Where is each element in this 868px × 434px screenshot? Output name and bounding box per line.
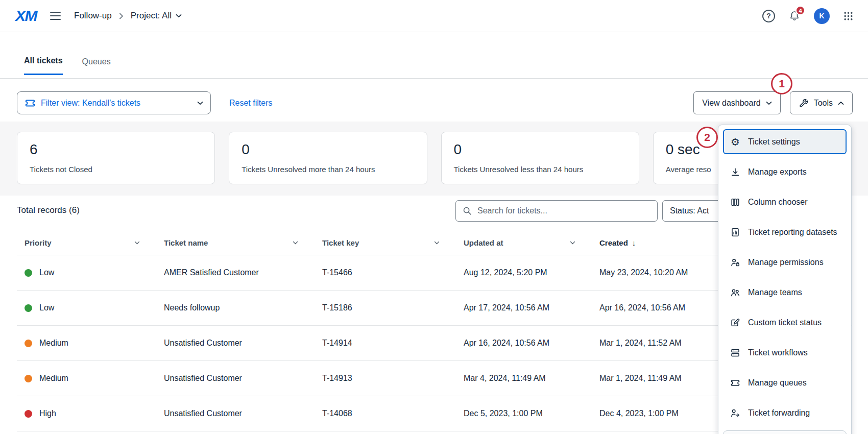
updated-at-cell: Dec 5, 2023, 1:00 PM xyxy=(456,409,592,418)
priority-value: Medium xyxy=(39,339,68,348)
updated-at-cell: Apr 17, 2024, 10:56 AM xyxy=(456,303,592,312)
menu-item-ticket-workflows[interactable]: Ticket workflows xyxy=(723,340,847,365)
project-selector-label: Project: All xyxy=(131,11,172,21)
updated-at-cell: Mar 4, 2024, 11:49 AM xyxy=(456,374,592,383)
priority-value: High xyxy=(39,409,56,418)
tools-button[interactable]: Tools xyxy=(790,91,853,114)
ticket-icon xyxy=(730,377,741,389)
ticket-name-cell: Unsatisfied Customer xyxy=(156,339,315,348)
updated-at-cell: Aug 12, 2024, 5:20 PM xyxy=(456,268,592,277)
chevron-down-icon xyxy=(766,101,772,105)
filter-view-label: Filter view: Kendall's tickets xyxy=(41,99,140,108)
ticket-key-cell: T-15186 xyxy=(315,303,456,312)
total-records-label: Total records (6) xyxy=(17,205,80,215)
app-root: XM Follow-up Project: All ? xyxy=(0,0,868,434)
menu-item-label: Manage queues xyxy=(748,378,807,388)
stat-value: 0 xyxy=(454,141,626,158)
priority-value: Medium xyxy=(39,374,68,383)
ticket-name-cell: Unsatisfied Customer xyxy=(156,374,315,383)
notifications-button[interactable]: 4 xyxy=(788,10,801,22)
ticket-name-cell: AMER Satisfied Customer xyxy=(156,268,315,277)
menu-item-custom-ticket-status[interactable]: Custom ticket status xyxy=(723,310,847,335)
ticket-search xyxy=(455,200,658,222)
help-button[interactable]: ? xyxy=(762,10,775,22)
stat-value: 6 xyxy=(30,141,202,158)
tools-menu-partial-item xyxy=(723,430,847,434)
gear-icon: ⚙ xyxy=(730,136,741,148)
project-selector[interactable]: Project: All xyxy=(131,11,182,21)
menu-item-column-chooser[interactable]: Column chooser xyxy=(723,189,847,214)
view-dashboard-label: View dashboard xyxy=(702,99,760,108)
ticket-key-cell: T-14068 xyxy=(315,409,456,418)
reset-filters-link[interactable]: Reset filters xyxy=(229,99,272,108)
column-header-priority[interactable]: Priority xyxy=(17,238,156,247)
divider xyxy=(0,78,868,79)
menu-item-ticket-settings[interactable]: ⚙ Ticket settings xyxy=(723,129,847,154)
tools-label: Tools xyxy=(814,99,833,108)
column-label: Created xyxy=(599,238,628,247)
menu-item-label: Custom ticket status xyxy=(748,318,822,327)
chevron-down-icon[interactable] xyxy=(134,241,140,245)
tab-queues[interactable]: Queues xyxy=(82,56,111,75)
stat-label: Tickets Unresolved more than 24 hours xyxy=(242,165,414,174)
view-dashboard-button[interactable]: View dashboard xyxy=(693,91,780,114)
priority-dot xyxy=(25,340,32,347)
chevron-right-icon xyxy=(119,13,124,19)
menu-item-manage-queues[interactable]: Manage queues xyxy=(723,370,847,395)
menu-item-label: Manage teams xyxy=(748,288,802,297)
ticket-key-cell: T-15466 xyxy=(315,268,456,277)
column-header-updated-at[interactable]: Updated at xyxy=(456,238,592,247)
sort-descending-icon[interactable]: ↓ xyxy=(632,238,636,247)
hamburger-menu-icon[interactable] xyxy=(50,12,61,20)
top-bar: XM Follow-up Project: All ? xyxy=(0,0,868,32)
notification-badge: 4 xyxy=(795,6,805,15)
menu-item-manage-teams[interactable]: Manage teams xyxy=(723,280,847,305)
menu-item-manage-permissions[interactable]: Manage permissions xyxy=(723,250,847,275)
filter-view-dropdown[interactable]: Filter view: Kendall's tickets xyxy=(17,91,211,114)
ticket-tabs: All tickets Queues xyxy=(24,56,111,75)
ticket-key-cell: T-14914 xyxy=(315,339,456,348)
ticket-name-cell: Unsatisfied Customer xyxy=(156,409,315,418)
column-header-ticket-name[interactable]: Ticket name xyxy=(156,238,315,247)
chevron-down-icon xyxy=(176,14,182,18)
workflow-icon xyxy=(730,347,741,358)
apps-grid-button[interactable] xyxy=(843,11,854,21)
priority-dot xyxy=(25,269,32,277)
column-label: Priority xyxy=(25,238,52,247)
priority-dot xyxy=(25,375,32,382)
menu-item-label: Column chooser xyxy=(748,198,808,207)
people-icon xyxy=(730,287,741,298)
chevron-down-icon[interactable] xyxy=(434,241,440,245)
stat-card-unresolved-more-24h: 0 Tickets Unresolved more than 24 hours xyxy=(229,132,427,184)
ticket-name-cell: Needs followup xyxy=(156,303,315,312)
priority-dot xyxy=(25,304,32,312)
filter-bar: Filter view: Kendall's tickets Reset fil… xyxy=(17,91,853,114)
annotation-step-2: 2 xyxy=(696,127,718,148)
column-label: Ticket key xyxy=(322,238,359,247)
xm-logo: XM xyxy=(15,7,37,25)
stat-label: Tickets Unresolved less than 24 hours xyxy=(454,165,626,174)
chevron-up-icon xyxy=(838,101,844,105)
menu-item-ticket-forwarding[interactable]: Ticket forwarding xyxy=(723,400,847,425)
menu-item-label: Ticket reporting datasets xyxy=(748,228,837,237)
person-lock-icon xyxy=(730,257,741,268)
menu-item-label: Manage exports xyxy=(748,167,807,177)
menu-item-manage-exports[interactable]: Manage exports xyxy=(723,159,847,184)
edit-icon xyxy=(730,317,741,328)
chevron-down-icon[interactable] xyxy=(570,241,575,245)
search-input[interactable] xyxy=(477,206,651,215)
person-arrow-icon xyxy=(730,407,741,419)
stat-value: 0 xyxy=(242,141,414,158)
column-header-ticket-key[interactable]: Ticket key xyxy=(315,238,456,247)
stat-label: Tickets not Closed xyxy=(30,165,202,174)
menu-item-label: Ticket workflows xyxy=(748,348,808,357)
tab-all-tickets[interactable]: All tickets xyxy=(24,56,63,75)
report-icon xyxy=(730,227,741,238)
avatar[interactable]: K xyxy=(814,8,830,24)
menu-item-ticket-reporting-datasets[interactable]: Ticket reporting datasets xyxy=(723,220,847,245)
menu-item-label: Ticket settings xyxy=(748,137,800,147)
annotation-step-1: 1 xyxy=(771,73,792,94)
column-label: Updated at xyxy=(464,238,503,247)
breadcrumb-section[interactable]: Follow-up xyxy=(74,11,112,21)
chevron-down-icon[interactable] xyxy=(293,241,298,245)
